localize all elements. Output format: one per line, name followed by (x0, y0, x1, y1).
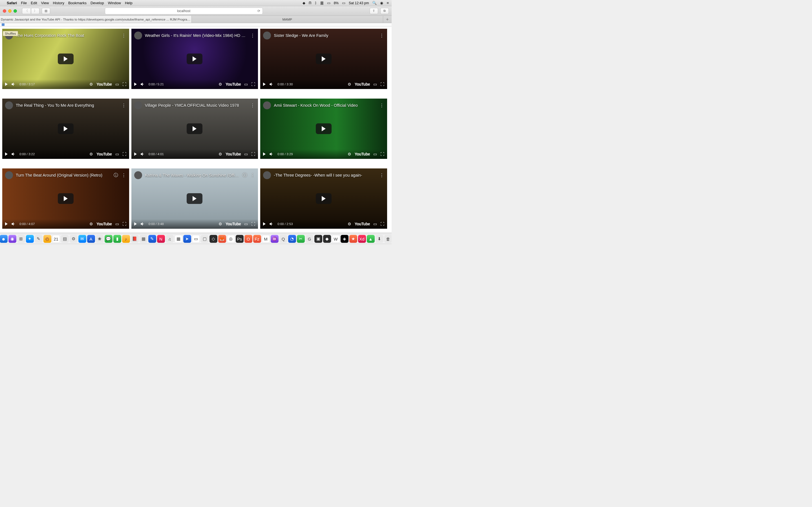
miniplayer-icon[interactable]: ▭ (115, 82, 119, 87)
active-app-name[interactable]: Safari (7, 1, 17, 5)
menu-file[interactable]: File (21, 1, 27, 5)
share-button[interactable]: ⇪ (370, 8, 378, 14)
fullscreen-icon[interactable]: ⛶ (251, 222, 255, 226)
dock-audacity-icon[interactable]: ♒ (271, 235, 278, 243)
dock-facetime-icon[interactable]: ▮ (113, 235, 121, 243)
dock-terminal2-icon[interactable]: ▣ (314, 235, 322, 243)
dock-siri-icon[interactable]: ◉ (8, 235, 16, 243)
reload-icon[interactable]: ⟳ (257, 9, 260, 13)
menu-window[interactable]: Window (108, 1, 121, 5)
more-options-icon[interactable]: ⋮ (379, 173, 384, 178)
dock-imovie-icon[interactable]: ★ (349, 235, 357, 243)
back-button[interactable]: 〈 (22, 8, 31, 14)
fullscreen-icon[interactable]: ⛶ (380, 82, 384, 87)
dock-textwrangler-icon[interactable]: W (332, 235, 340, 243)
fullscreen-icon[interactable]: ⛶ (251, 152, 255, 156)
address-bar[interactable]: localhost ⟳ (105, 8, 263, 14)
dock-terminal-icon[interactable]: ▢ (201, 235, 209, 243)
play-overlay-button[interactable] (187, 54, 202, 64)
play-button[interactable] (5, 152, 8, 156)
fullscreen-icon[interactable]: ⛶ (380, 152, 384, 156)
settings-icon[interactable]: ⚙ (218, 152, 222, 156)
video-player[interactable]: Village People - YMCA OFFICIAL Music Vid… (132, 99, 258, 159)
dock-quicktime-icon[interactable]: Q (280, 235, 287, 243)
settings-icon[interactable]: ⚙ (89, 152, 93, 156)
bluetooth-icon[interactable]: ᛒ (315, 1, 317, 5)
fullscreen-icon[interactable]: ⛶ (380, 222, 384, 226)
dock-appstore-icon[interactable]: A (87, 235, 95, 243)
volume-button[interactable] (140, 152, 145, 157)
channel-avatar[interactable] (263, 171, 271, 179)
dock-downloads-icon[interactable]: ⬇ (375, 235, 384, 243)
play-button[interactable] (263, 82, 266, 86)
video-player[interactable]: -The Three Degrees- -When will I see you… (260, 168, 387, 229)
dock-chrome-icon[interactable]: ◎ (227, 235, 235, 243)
dock-textedit-icon[interactable]: ✎ (35, 235, 43, 243)
volume-button[interactable] (269, 221, 274, 226)
volume-button[interactable] (140, 221, 145, 226)
dock-filezilla-icon[interactable]: Fz (253, 235, 261, 243)
dock-numbers-icon[interactable]: ▦ (140, 235, 147, 243)
airplay-icon[interactable]: ▭ (327, 1, 331, 5)
malwarebytes-icon[interactable]: ᗰ (309, 1, 311, 5)
siri-icon[interactable]: ◉ (380, 1, 383, 5)
miniplayer-icon[interactable]: ▭ (115, 152, 119, 156)
settings-icon[interactable]: ⚙ (89, 82, 93, 87)
volume-button[interactable] (11, 82, 16, 87)
miniplayer-icon[interactable]: ▭ (373, 152, 377, 156)
dock-firefox-icon[interactable]: 🦊 (218, 235, 226, 243)
avast-icon[interactable]: ◆ (303, 1, 305, 5)
play-button[interactable] (5, 82, 8, 86)
menu-view[interactable]: View (41, 1, 49, 5)
dock-safari-icon[interactable]: ✦ (26, 235, 34, 243)
menu-help[interactable]: Help (125, 1, 133, 5)
settings-icon[interactable]: ⚙ (348, 222, 351, 226)
new-tab-button[interactable]: + (383, 16, 392, 23)
dock-garageband-icon[interactable]: ♪ (122, 235, 130, 243)
bookmark-icon[interactable] (2, 23, 4, 26)
fullscreen-icon[interactable]: ⛶ (251, 82, 255, 87)
info-icon[interactable]: ⓘ (113, 173, 118, 178)
youtube-logo[interactable]: YouTube (355, 222, 370, 226)
battery-icon[interactable]: ▭ (342, 1, 345, 5)
play-overlay-button[interactable] (58, 193, 73, 204)
dock-pages-icon[interactable]: ✎ (148, 235, 156, 243)
channel-avatar[interactable] (5, 171, 13, 179)
dock-messages-icon[interactable]: 💬 (105, 235, 112, 243)
fullscreen-icon[interactable]: ⛶ (122, 82, 126, 87)
more-options-icon[interactable]: ⋮ (121, 173, 126, 178)
close-window-button[interactable] (3, 9, 6, 13)
dock-finder-icon[interactable]: ☻ (0, 235, 8, 243)
dock-mamp-icon[interactable]: M (262, 235, 270, 243)
youtube-logo[interactable]: YouTube (225, 82, 241, 87)
play-overlay-button[interactable] (187, 123, 202, 134)
video-player[interactable]: Sister Sledge - We Are Family⋮0:00 / 3:3… (260, 29, 387, 89)
video-player[interactable]: Turn The Beat Around (Original Version) … (2, 168, 129, 229)
shuffles-button[interactable]: Shuffles (3, 31, 18, 36)
dock-calculator-icon[interactable]: ▦ (174, 235, 183, 243)
show-tabs-button[interactable]: ⧉ (380, 8, 389, 14)
tab-mamp[interactable]: MAMP (192, 16, 384, 23)
miniplayer-icon[interactable]: ▭ (373, 222, 377, 226)
sidebar-button[interactable]: ▥ (42, 8, 50, 14)
dock-xd-icon[interactable]: Xd (358, 235, 366, 243)
settings-icon[interactable]: ⚙ (218, 222, 222, 226)
settings-icon[interactable]: ⚙ (218, 82, 222, 87)
dock-blender-icon[interactable]: ◆ (323, 235, 331, 243)
play-button[interactable] (263, 222, 266, 226)
settings-icon[interactable]: ⚙ (89, 222, 93, 226)
zoom-window-button[interactable] (13, 9, 17, 13)
dock-mail-icon[interactable]: ✉ (79, 235, 86, 243)
play-overlay-button[interactable] (316, 54, 332, 64)
channel-avatar[interactable] (263, 101, 271, 109)
fullscreen-icon[interactable]: ⛶ (122, 222, 126, 226)
menu-bookmarks[interactable]: Bookmarks (68, 1, 87, 5)
miniplayer-icon[interactable]: ▭ (115, 222, 119, 226)
menu-history[interactable]: History (53, 1, 64, 5)
tab-active[interactable]: Dynamic Javascript and the YouTube API -… (0, 16, 192, 23)
menu-develop[interactable]: Develop (91, 1, 104, 5)
play-overlay-button[interactable] (316, 193, 332, 204)
dock-systemprefs-icon[interactable]: ⚙ (70, 235, 78, 243)
play-overlay-button[interactable] (316, 123, 332, 134)
youtube-logo[interactable]: YouTube (96, 152, 112, 156)
